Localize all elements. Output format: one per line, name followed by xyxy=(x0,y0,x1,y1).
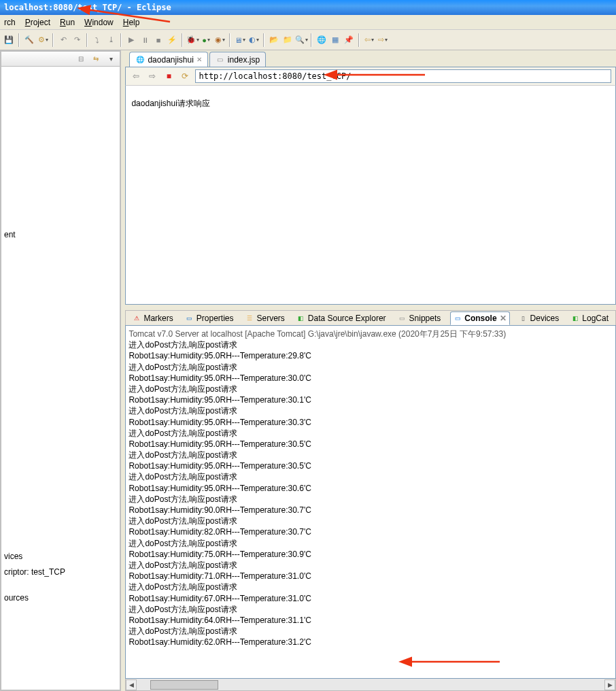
explorer-tree[interactable]: ent vices criptor: test_TCP ources xyxy=(1,67,120,690)
browser-forward-icon[interactable]: ⇨ xyxy=(146,70,158,82)
close-icon[interactable]: ✕ xyxy=(196,56,202,63)
open-type-icon[interactable]: 📂 xyxy=(268,34,280,46)
console-line: Robot1say:Humidity:95.0RH---Temperature:… xyxy=(129,394,613,405)
bottom-tabs: ⚠Markers▭Properties☰Servers◧Data Source … xyxy=(125,310,616,325)
undo-icon[interactable]: ↶ xyxy=(57,34,69,46)
view-menu-icon[interactable]: ▾ xyxy=(105,54,117,65)
tab-label: Console xyxy=(464,314,496,323)
console-line: Robot1say:Humidity:67.0RH---Temperature:… xyxy=(129,593,613,604)
pause-icon[interactable]: ⏸ xyxy=(139,34,151,46)
tab-label: Properties xyxy=(196,314,234,323)
tab-snippets[interactable]: ▭Snippets xyxy=(396,311,444,325)
horizontal-scrollbar[interactable]: ◀ ▶ xyxy=(125,679,616,691)
search-icon[interactable]: 🔍 xyxy=(295,34,307,46)
console-line: Robot1say:Humidity:95.0RH---Temperature:… xyxy=(129,373,613,384)
browser-address-input[interactable] xyxy=(195,69,611,83)
console-line: Robot1say:Humidity:95.0RH---Temperature:… xyxy=(129,439,613,450)
console-line: Robot1say:Humidity:95.0RH---Temperature:… xyxy=(129,460,613,471)
menu-run[interactable]: Run xyxy=(60,18,75,27)
menu-help[interactable]: Help xyxy=(123,18,140,27)
console-line: 进入doPost方法,响应post请求 xyxy=(129,405,613,416)
tab-console[interactable]: ▭Console ✕ xyxy=(450,311,509,325)
menu-project[interactable]: Project xyxy=(25,18,50,27)
properties-icon: ▭ xyxy=(186,314,194,322)
new-dynamic-icon[interactable]: ◐ xyxy=(247,34,260,46)
browser-refresh-icon[interactable]: ⟳ xyxy=(179,70,191,82)
logcat-icon: ◧ xyxy=(571,314,579,322)
main-toolbar: 💾 🔨 ⚙ ↶ ↷ ⤵ ⤓ ▶ ⏸ ■ ⚡ 🐞 ● ◉ 🖥 ◐ 📂 📁 🔍 🌐 … xyxy=(0,30,616,50)
data-source-explorer-icon: ◧ xyxy=(297,314,305,322)
console-line: 进入doPost方法,响应post请求 xyxy=(129,582,613,592)
new-server-icon[interactable]: 🖥 xyxy=(234,34,246,46)
menu-bar: rch Project Run Window Help xyxy=(0,15,616,30)
tab-data-source-explorer[interactable]: ◧Data Source Explorer xyxy=(294,311,389,325)
console-line: 进入doPost方法,响应post请求 xyxy=(129,428,613,439)
disconnect-icon[interactable]: ⚡ xyxy=(166,34,178,46)
run-last-icon[interactable]: ◉ xyxy=(213,34,226,46)
browser-back-icon[interactable]: ⇦ xyxy=(130,70,142,82)
explorer-toolbar: ⊟ ⇆ ▾ xyxy=(1,52,120,67)
tab-devices[interactable]: ▯Devices xyxy=(517,311,562,325)
console-output: 进入doPost方法,响应post请求Robot1say:Humidity:95… xyxy=(129,339,613,647)
resume-icon[interactable]: ▶ xyxy=(125,34,137,46)
tree-item[interactable]: vices xyxy=(4,549,117,564)
collapse-all-icon[interactable]: ⊟ xyxy=(75,54,87,65)
tab-label: Devices xyxy=(530,314,560,323)
globe-icon[interactable]: 🌐 xyxy=(315,34,328,46)
menu-window[interactable]: Window xyxy=(84,18,114,27)
filter-icon[interactable]: ▦ xyxy=(329,34,341,46)
step-into-icon[interactable]: ⤓ xyxy=(105,34,117,46)
scroll-left-icon[interactable]: ◀ xyxy=(126,679,137,690)
project-explorer: ⊟ ⇆ ▾ ent vices criptor: test_TCP ources xyxy=(0,50,121,691)
console-line: 进入doPost方法,响应post请求 xyxy=(129,626,613,637)
console-line: 进入doPost方法,响应post请求 xyxy=(129,471,613,482)
console-line: 进入doPost方法,响应post请求 xyxy=(129,494,613,505)
markers-icon: ⚠ xyxy=(133,314,141,322)
tab-daodanjishui[interactable]: 🌐 daodanjishui ✕ xyxy=(129,52,207,67)
tree-item[interactable]: criptor: test_TCP xyxy=(4,564,117,580)
devices-icon: ▯ xyxy=(519,314,528,322)
tab-servers[interactable]: ☰Servers xyxy=(243,311,287,325)
step-over-icon[interactable]: ⤵ xyxy=(91,34,103,46)
console-view[interactable]: Tomcat v7.0 Server at localhost [Apache … xyxy=(125,325,616,679)
scroll-right-icon[interactable]: ▶ xyxy=(604,679,615,690)
console-line: 进入doPost方法,响应post请求 xyxy=(129,384,613,394)
tab-label: Snippets xyxy=(409,314,441,323)
redo-icon[interactable]: ↷ xyxy=(71,34,83,46)
open-folder-icon[interactable]: 📁 xyxy=(281,34,294,46)
tab-markers[interactable]: ⚠Markers xyxy=(130,311,175,325)
tab-properties[interactable]: ▭Properties xyxy=(183,311,237,325)
console-line: Robot1say:Humidity:95.0RH---Temperature:… xyxy=(129,483,613,494)
tree-item[interactable]: ources xyxy=(4,590,117,606)
menu-search[interactable]: rch xyxy=(4,18,16,27)
scroll-thumb[interactable] xyxy=(150,680,218,690)
tree-item[interactable]: ent xyxy=(4,227,117,243)
console-line: Robot1say:Humidity:62.0RH---Temperature:… xyxy=(129,637,613,647)
console-line: 进入doPost方法,响应post请求 xyxy=(129,362,613,373)
globe-icon: 🌐 xyxy=(135,55,145,65)
console-line: 进入doPost方法,响应post请求 xyxy=(129,450,613,460)
link-editor-icon[interactable]: ⇆ xyxy=(90,54,102,65)
tab-label: Servers xyxy=(256,314,284,323)
tab-label: Data Source Explorer xyxy=(308,314,386,323)
tab-logcat[interactable]: ◧LogCat xyxy=(568,311,611,325)
window-title: localhost:8080/test_TCP/ - Eclipse xyxy=(4,3,171,12)
close-icon[interactable]: ✕ xyxy=(500,314,507,323)
servers-icon: ☰ xyxy=(245,314,254,322)
console-line: 进入doPost方法,响应post请求 xyxy=(129,538,613,549)
build-dropdown[interactable]: ⚙ xyxy=(37,34,49,46)
debug-icon[interactable]: 🐞 xyxy=(186,34,199,46)
browser-stop-icon[interactable]: ■ xyxy=(162,70,175,82)
window-titlebar: localhost:8080/test_TCP/ - Eclipse xyxy=(0,0,616,15)
console-line: Robot1say:Humidity:75.0RH---Temperature:… xyxy=(129,549,613,560)
console-line: 进入doPost方法,响应post请求 xyxy=(129,560,613,571)
save-all-icon[interactable]: 💾 xyxy=(3,34,15,46)
forward-icon[interactable]: ⇨ xyxy=(377,34,389,46)
stop-icon[interactable]: ■ xyxy=(152,34,165,46)
run-icon[interactable]: ● xyxy=(200,34,212,46)
tab-index-jsp[interactable]: ▭ index.jsp xyxy=(209,52,266,67)
pin-icon[interactable]: 📌 xyxy=(343,34,355,46)
tab-label: Markers xyxy=(143,314,173,323)
build-icon[interactable]: 🔨 xyxy=(23,34,35,46)
back-icon[interactable]: ⇦ xyxy=(363,34,375,46)
